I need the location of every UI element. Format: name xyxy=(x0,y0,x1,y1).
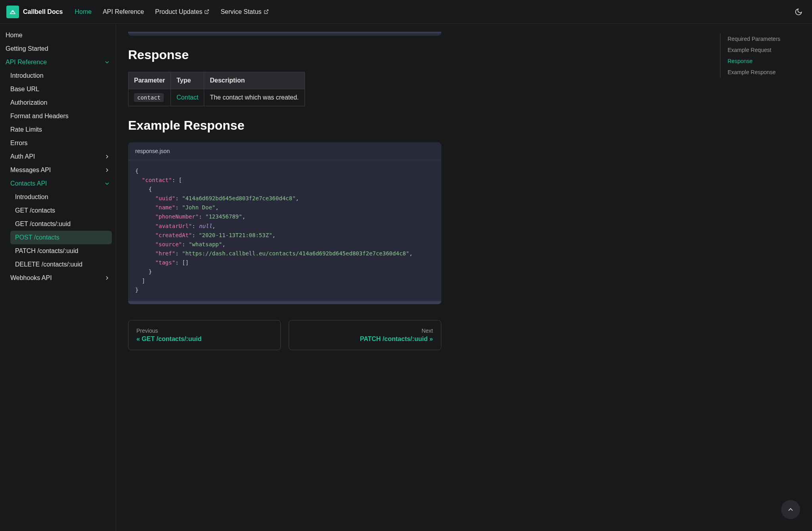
sidebar-messages-api-label: Messages API xyxy=(10,167,51,174)
pager: Previous « GET /contacts/:uuid Next PATC… xyxy=(128,320,441,350)
chevron-down-icon xyxy=(104,59,110,65)
pager-next[interactable]: Next PATCH /contacts/:uuid » xyxy=(289,320,441,350)
pager-next-label: Next xyxy=(297,328,433,334)
heading-example-response: Example Response xyxy=(128,118,441,133)
sidebar-errors[interactable]: Errors xyxy=(0,136,116,150)
chevron-right-icon xyxy=(104,275,110,281)
sidebar-get-contacts-uuid[interactable]: GET /contacts/:uuid xyxy=(0,217,116,231)
brand-wrap[interactable]: Callbell Docs xyxy=(6,6,63,18)
sidebar-delete-contacts[interactable]: DELETE /contacts/:uuid xyxy=(0,258,116,271)
sidebar-messages-api[interactable]: Messages API xyxy=(0,163,116,177)
code-body: { "contact": [ { "uuid": "414a6d692bd645… xyxy=(128,160,441,301)
chevron-up-icon xyxy=(787,506,795,514)
chevron-down-icon xyxy=(104,180,110,187)
table-of-contents: Required Parameters Example Request Resp… xyxy=(713,24,812,531)
pager-prev-label: Previous xyxy=(136,328,272,334)
chevron-right-icon xyxy=(104,167,110,173)
sidebar-base-url[interactable]: Base URL xyxy=(0,82,116,96)
code-block: response.json { "contact": [ { "uuid": "… xyxy=(128,142,441,304)
sidebar-webhooks-api[interactable]: Webhooks API xyxy=(0,271,116,285)
code-filename: response.json xyxy=(128,142,441,160)
heading-response: Response xyxy=(128,48,441,62)
sidebar-contacts-intro[interactable]: Introduction xyxy=(0,190,116,204)
sidebar-authorization[interactable]: Authorization xyxy=(0,96,116,109)
chevron-right-icon xyxy=(104,153,110,160)
nav-home[interactable]: Home xyxy=(75,8,92,15)
logo-icon xyxy=(6,6,19,18)
external-link-icon xyxy=(204,9,209,14)
nav-service-status[interactable]: Service Status xyxy=(220,8,268,15)
pager-prev[interactable]: Previous « GET /contacts/:uuid xyxy=(128,320,281,350)
th-description: Description xyxy=(204,72,304,89)
sidebar-post-contacts[interactable]: POST /contacts xyxy=(10,231,112,244)
pager-next-title: PATCH /contacts/:uuid » xyxy=(297,335,433,343)
nav-product-updates[interactable]: Product Updates xyxy=(155,8,209,15)
toc-response[interactable]: Response xyxy=(728,56,805,67)
nav-service-status-label: Service Status xyxy=(220,8,261,15)
nav-product-updates-label: Product Updates xyxy=(155,8,202,15)
sidebar-api-reference[interactable]: API Reference xyxy=(0,56,116,69)
brand-text: Callbell Docs xyxy=(23,8,63,15)
navbar: Callbell Docs Home API Reference Product… xyxy=(0,0,812,24)
th-type: Type xyxy=(171,72,204,89)
code-scrollbar[interactable] xyxy=(128,301,441,304)
sidebar-auth-api[interactable]: Auth API xyxy=(0,150,116,163)
sidebar-home[interactable]: Home xyxy=(0,29,116,42)
previous-code-block-tail xyxy=(128,32,441,36)
theme-toggle[interactable] xyxy=(791,5,806,19)
external-link-icon xyxy=(264,9,269,14)
toc-example-response[interactable]: Example Response xyxy=(728,67,805,78)
nav-api-reference[interactable]: API Reference xyxy=(103,8,144,15)
sidebar: Home Getting Started API Reference Intro… xyxy=(0,24,116,531)
sidebar-introduction[interactable]: Introduction xyxy=(0,69,116,82)
toc-required-params[interactable]: Required Parameters xyxy=(728,33,805,44)
sidebar-rate-limits[interactable]: Rate Limits xyxy=(0,123,116,136)
sidebar-contacts-api-label: Contacts API xyxy=(10,180,47,187)
response-table: Parameter Type Description contact Conta… xyxy=(128,72,305,106)
param-contact: contact xyxy=(134,93,164,102)
sidebar-webhooks-api-label: Webhooks API xyxy=(10,274,52,282)
main-content: Response Parameter Type Description cont… xyxy=(116,24,713,531)
sidebar-patch-contacts[interactable]: PATCH /contacts/:uuid xyxy=(0,244,116,258)
table-row: contact Contact The contact which was cr… xyxy=(128,89,305,106)
sidebar-format-headers[interactable]: Format and Headers xyxy=(0,109,116,123)
sidebar-contacts-api[interactable]: Contacts API xyxy=(0,177,116,190)
th-parameter: Parameter xyxy=(128,72,171,89)
toc-example-request[interactable]: Example Request xyxy=(728,44,805,56)
moon-icon xyxy=(795,8,802,16)
pager-prev-title: « GET /contacts/:uuid xyxy=(136,335,272,343)
nav-links: Home API Reference Product Updates Servi… xyxy=(75,8,268,15)
type-contact-link[interactable]: Contact xyxy=(176,94,198,101)
sidebar-getting-started[interactable]: Getting Started xyxy=(0,42,116,56)
scroll-to-top-button[interactable] xyxy=(781,500,800,519)
sidebar-get-contacts[interactable]: GET /contacts xyxy=(0,204,116,217)
sidebar-api-reference-label: API Reference xyxy=(6,59,47,66)
sidebar-auth-api-label: Auth API xyxy=(10,153,35,160)
nav-right xyxy=(791,5,806,19)
desc-contact: The contact which was created. xyxy=(204,89,304,106)
